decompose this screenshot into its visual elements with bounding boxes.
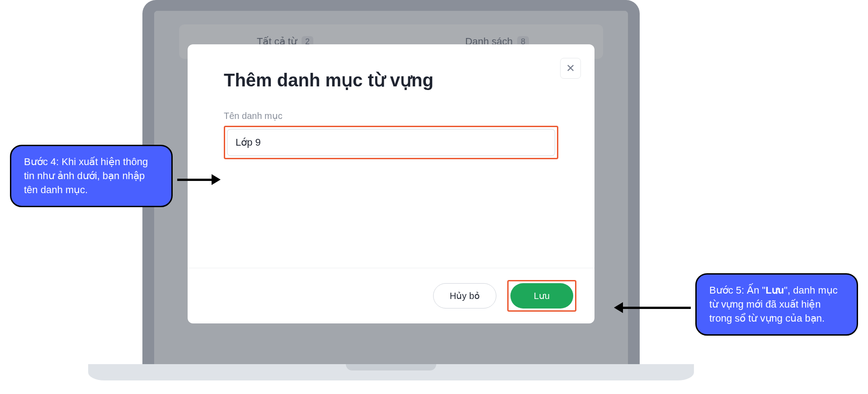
add-category-modal: Thêm danh mục từ vựng ✕ Tên danh mục Hủy…	[188, 44, 594, 323]
modal-header: Thêm danh mục từ vựng ✕	[188, 44, 594, 90]
callout-step-5-prefix: Bước 5: Ấn "	[709, 285, 765, 296]
category-name-label: Tên danh mục	[224, 110, 558, 121]
save-button[interactable]: Lưu	[510, 283, 573, 309]
input-highlight-box	[224, 126, 558, 159]
close-button[interactable]: ✕	[560, 58, 581, 79]
callout-step-4: Bước 4: Khi xuất hiện thông tin như ảnh …	[10, 145, 173, 207]
modal-footer: Hủy bỏ Lưu	[188, 268, 594, 323]
cancel-button[interactable]: Hủy bỏ	[433, 283, 496, 309]
laptop-mockup: Tất cả từ 2 Danh sách 8 Thêm danh mục từ…	[142, 0, 640, 381]
arrow-to-save	[614, 302, 691, 313]
callout-step-5-bold: Lưu	[765, 285, 784, 296]
arrow-line	[177, 179, 212, 181]
modal-body: Tên danh mục	[188, 90, 594, 268]
callout-step-5: Bước 5: Ấn "Lưu", danh mục từ vựng mới đ…	[695, 273, 858, 336]
arrow-head-icon	[212, 174, 221, 185]
laptop-notch	[346, 364, 436, 370]
save-highlight-box: Lưu	[507, 280, 576, 312]
arrow-to-input	[177, 174, 221, 185]
arrow-head-icon	[614, 302, 623, 313]
close-icon: ✕	[566, 62, 575, 75]
arrow-line	[623, 307, 691, 309]
callout-step-4-text: Bước 4: Khi xuất hiện thông tin như ảnh …	[24, 156, 148, 195]
modal-title: Thêm danh mục từ vựng	[224, 70, 558, 90]
laptop-screen: Tất cả từ 2 Danh sách 8 Thêm danh mục từ…	[154, 11, 628, 364]
category-name-input[interactable]	[227, 129, 555, 156]
